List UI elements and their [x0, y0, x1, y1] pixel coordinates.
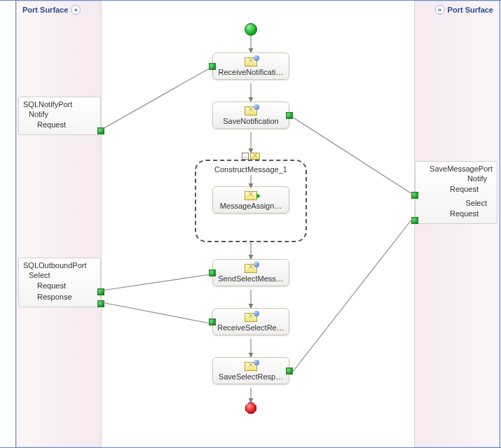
port-savemessage-notify-request[interactable]: Request [420, 183, 479, 195]
shape-port-icon [209, 63, 216, 70]
construct-message-icon: – [240, 153, 261, 160]
port-sqlnotify-op: Notify [29, 110, 96, 118]
port-connector-icon [411, 217, 418, 224]
guide-line-right [500, 0, 500, 448]
svg-line-9 [292, 117, 412, 194]
port-savemessage-op-select: Select [420, 199, 487, 207]
svg-line-8 [102, 68, 210, 130]
shape-port-icon [286, 368, 293, 374]
port-sqloutbound-title: SQLOutboundPort [23, 261, 96, 270]
svg-line-11 [102, 302, 210, 323]
send-icon [216, 264, 286, 273]
receive-icon [216, 57, 286, 66]
shape-receive-select-label: ReceiveSelectRe… [216, 323, 286, 332]
port-surface-right-header: » Port Surface [415, 1, 499, 18]
port-savemessage-notify-request-label: Request [450, 185, 479, 193]
shape-receive-notification[interactable]: ReceiveNotificati… [212, 52, 289, 80]
assign-icon [216, 191, 286, 200]
shape-port-icon [286, 112, 293, 119]
port-surface-right-label: Port Surface [448, 6, 493, 14]
port-savemessage[interactable]: SaveMessagePort Notify Request Select Re… [415, 161, 497, 224]
shape-receive-notification-label: ReceiveNotificati… [216, 68, 286, 76]
shape-port-icon [209, 318, 216, 326]
shape-receive-select[interactable]: ReceiveSelectRe… [212, 308, 289, 335]
shape-port-icon [209, 270, 216, 276]
collapse-right-icon[interactable]: » [435, 5, 445, 15]
start-shape[interactable] [245, 23, 257, 36]
port-sqlnotify[interactable]: SQLNotifyPort Notify Request [18, 97, 101, 135]
port-connector-icon [97, 300, 104, 307]
shape-send-select[interactable]: SendSelectMess… [212, 259, 289, 286]
send-icon [216, 362, 286, 371]
end-shape[interactable] [245, 402, 256, 414]
port-surface-right[interactable]: » Port Surface SaveMessagePort Notify Re… [414, 1, 500, 447]
receive-icon [216, 313, 286, 322]
shape-message-assignment-label: MessageAssign… [216, 202, 286, 210]
shape-construct-message[interactable]: – ConstructMessage_1 MessageAssign… [195, 160, 307, 242]
shape-save-notification[interactable]: SaveNotification [212, 102, 289, 129]
port-sqlnotify-request[interactable]: Request [37, 119, 96, 130]
port-sqloutbound[interactable]: SQLOutboundPort Select Request Response [18, 258, 101, 307]
port-sqloutbound-request[interactable]: Request [37, 280, 96, 291]
collapse-left-icon[interactable]: « [71, 5, 81, 15]
shape-construct-message-label: ConstructMessage_1 [202, 165, 300, 174]
shape-message-assignment[interactable]: MessageAssign… [212, 186, 289, 214]
shape-save-notification-label: SaveNotification [216, 117, 286, 125]
port-sqloutbound-response[interactable]: Response [37, 291, 96, 302]
shape-save-select-resp-label: SaveSelectResp… [216, 372, 286, 381]
port-savemessage-select-request-label: Request [450, 209, 479, 218]
port-connector-icon [97, 288, 104, 295]
port-surface-left-label: Port Surface [22, 6, 68, 14]
port-savemessage-select-request[interactable]: Request [420, 208, 479, 219]
shape-send-select-label: SendSelectMess… [216, 274, 286, 283]
port-connector-icon [411, 192, 418, 199]
port-sqlnotify-request-label: Request [37, 120, 66, 129]
port-sqlnotify-title: SQLNotifyPort [23, 100, 96, 108]
port-savemessage-title: SaveMessagePort [420, 164, 493, 173]
port-sqloutbound-request-label: Request [37, 281, 66, 290]
send-icon [216, 106, 286, 115]
svg-line-10 [102, 274, 210, 290]
shape-save-select-resp[interactable]: SaveSelectResp… [212, 357, 289, 384]
port-surface-left-header: Port Surface « [17, 1, 101, 18]
port-surface-left[interactable]: Port Surface « SQLNotifyPort Notify Requ… [16, 1, 102, 447]
port-connector-icon [97, 127, 104, 134]
port-savemessage-op-notify: Notify [420, 174, 487, 183]
port-sqloutbound-response-label: Response [37, 293, 72, 301]
svg-line-12 [292, 219, 412, 372]
port-sqloutbound-op: Select [29, 271, 96, 279]
